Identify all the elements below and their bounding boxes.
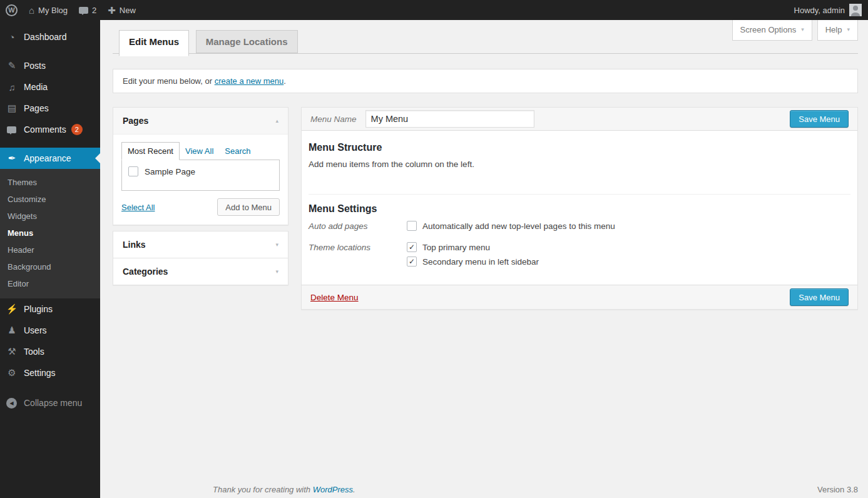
pages-panel-header[interactable]: Pages ▴	[113, 108, 288, 135]
pages-panel: Pages ▴ Most RecentView AllSearch Sample…	[113, 107, 288, 225]
sidebar-subitem-menus[interactable]: Menus	[0, 225, 100, 241]
menu-name-input[interactable]	[365, 110, 534, 128]
help-button[interactable]: Help ▾	[817, 20, 858, 41]
delete-menu-link[interactable]: Delete Menu	[310, 293, 359, 302]
pages-panel-body: Most RecentView AllSearch Sample Page Se…	[113, 135, 288, 225]
sidebar-item-appearance[interactable]: ✒Appearance	[0, 148, 100, 169]
sidebar-item-settings[interactable]: ⚙Settings	[0, 362, 100, 384]
sidebar-item-users[interactable]: ♟Users	[0, 320, 100, 341]
theme-location-option-secondary-menu-in-left-sidebar[interactable]: Secondary menu in left sidebar	[407, 257, 539, 267]
appearance-icon: ✒	[6, 153, 18, 164]
accordion-categories[interactable]: Categories▾	[113, 258, 288, 285]
sidebar-subitem-widgets[interactable]: Widgets	[0, 208, 100, 225]
posts-icon: ✎	[6, 60, 18, 71]
page-footer: Thank you for creating with WordPress. V…	[213, 485, 858, 494]
screen-options-label: Screen Options	[740, 25, 797, 34]
help-label: Help	[825, 25, 842, 34]
sidebar-item-label: Media	[24, 82, 48, 92]
sidebar-subitem-customize[interactable]: Customize	[0, 191, 100, 208]
page-item-checkbox[interactable]	[128, 166, 138, 176]
notice-text-suffix: .	[283, 76, 286, 86]
pages-panel-actions: Select All Add to Menu	[121, 198, 280, 216]
menu-structure-title: Menu Structure	[309, 142, 850, 153]
menu-separator	[0, 140, 100, 148]
theme-location-option-top-primary-menu[interactable]: Top primary menu	[407, 242, 539, 252]
pages-tab-search[interactable]: Search	[219, 143, 256, 160]
accordion-title: Categories	[123, 267, 168, 277]
select-all-link[interactable]: Select All	[121, 203, 155, 212]
sidebar-item-pages[interactable]: ▤Pages	[0, 98, 100, 119]
auto-add-pages-label: Auto add pages	[309, 221, 407, 235]
chevron-down-icon: ▾	[275, 242, 278, 248]
sidebar-subitem-editor[interactable]: Editor	[0, 275, 100, 292]
screen-meta-buttons: Screen Options ▾ Help ▾	[732, 20, 858, 41]
theme-location-checkbox[interactable]	[407, 242, 417, 252]
divider	[309, 194, 850, 195]
chevron-down-icon: ▾	[847, 27, 850, 33]
admin-sidebar: ◔Dashboard✎Posts♫Media▤PagesComments2✒Ap…	[0, 20, 100, 498]
menu-editor-column: Menu Name Save Menu Menu Structure Add m…	[301, 107, 858, 310]
admin-bar-comments-count: 2	[92, 6, 96, 15]
save-menu-button-bottom[interactable]: Save Menu	[790, 288, 849, 306]
home-icon: ⌂	[29, 6, 34, 15]
account-menu-link[interactable]: Howdy, admin	[794, 6, 845, 15]
sidebar-item-label: Tools	[24, 347, 44, 357]
sidebar-item-comments[interactable]: Comments2	[0, 119, 100, 140]
menu-settings-title: Menu Settings	[309, 203, 850, 215]
wordpress-logo-button[interactable]: W	[0, 0, 23, 20]
settings-icon: ⚙	[6, 367, 18, 379]
sidebar-subitem-background[interactable]: Background	[0, 258, 100, 275]
site-name-label: My Blog	[38, 6, 68, 15]
auto-add-pages-option[interactable]: Automatically add new top-level pages to…	[407, 221, 615, 231]
theme-locations-label: Theme locations	[309, 242, 407, 271]
sidebar-item-label: Settings	[24, 368, 56, 378]
notice-text: Edit your menu below, or	[123, 76, 215, 86]
admin-bar-left: W ⌂ My Blog 2 ✚ New	[0, 0, 141, 20]
pages-tab-most-recent[interactable]: Most Recent	[121, 142, 180, 160]
collapse-menu-label: Collapse menu	[24, 398, 82, 408]
pages-icon: ▤	[6, 103, 18, 114]
save-menu-button-top[interactable]: Save Menu	[790, 110, 849, 128]
theme-location-checkbox[interactable]	[407, 257, 417, 267]
sidebar-item-label: Pages	[24, 103, 49, 113]
sidebar-item-media[interactable]: ♫Media	[0, 76, 100, 98]
sidebar-subitem-header[interactable]: Header	[0, 241, 100, 258]
sidebar-item-plugins[interactable]: ⚡Plugins	[0, 298, 100, 320]
sidebar-item-label: Appearance	[24, 153, 71, 163]
main-content: Screen Options ▾ Help ▾ Edit Menus Manag…	[100, 20, 868, 498]
screen-options-button[interactable]: Screen Options ▾	[732, 20, 812, 41]
sidebar-item-posts[interactable]: ✎Posts	[0, 55, 100, 76]
pages-panel-title: Pages	[123, 116, 148, 126]
sidebar-item-dashboard[interactable]: ◔Dashboard	[0, 26, 100, 48]
edit-menu-notice: Edit your menu below, or create a new me…	[113, 69, 858, 93]
sidebar-item-label: Comments	[24, 124, 66, 135]
avatar[interactable]	[849, 4, 862, 16]
admin-bar-comments-link[interactable]: 2	[73, 0, 102, 20]
menu-editor-footer: Delete Menu Save Menu	[302, 285, 857, 309]
tab-edit-menus[interactable]: Edit Menus	[119, 30, 189, 56]
sidebar-item-tools[interactable]: ⚒Tools	[0, 341, 100, 362]
sidebar-subitem-themes[interactable]: Themes	[0, 174, 100, 191]
collapse-up-icon[interactable]: ▴	[275, 118, 278, 124]
footer-thanks: Thank you for creating with WordPress.	[213, 485, 355, 494]
sidebar-item-label: Dashboard	[24, 32, 67, 42]
create-new-menu-link[interactable]: create a new menu	[215, 76, 284, 86]
media-icon: ♫	[6, 82, 18, 93]
new-content-link[interactable]: ✚ New	[102, 0, 141, 20]
site-name-link[interactable]: ⌂ My Blog	[23, 0, 73, 20]
page-list-item[interactable]: Sample Page	[128, 166, 273, 176]
sidebar-item-label: Plugins	[24, 304, 53, 314]
menu-editor-header: Menu Name Save Menu	[302, 108, 857, 131]
theme-location-label: Secondary menu in left sidebar	[422, 257, 539, 267]
wordpress-link[interactable]: WordPress	[313, 485, 353, 494]
menu-name-label: Menu Name	[310, 114, 357, 124]
chevron-down-icon: ▾	[275, 269, 278, 275]
pages-tab-view-all[interactable]: View All	[180, 143, 219, 160]
auto-add-pages-checkbox[interactable]	[407, 221, 417, 231]
comments-count-badge: 2	[71, 124, 83, 135]
accordion-links[interactable]: Links▾	[113, 231, 288, 258]
tab-manage-locations[interactable]: Manage Locations	[196, 30, 298, 53]
add-to-menu-button[interactable]: Add to Menu	[217, 198, 280, 216]
admin-bar: W ⌂ My Blog 2 ✚ New Howdy, admin	[0, 0, 868, 20]
collapse-menu-button[interactable]: ◀ Collapse menu	[0, 392, 100, 414]
